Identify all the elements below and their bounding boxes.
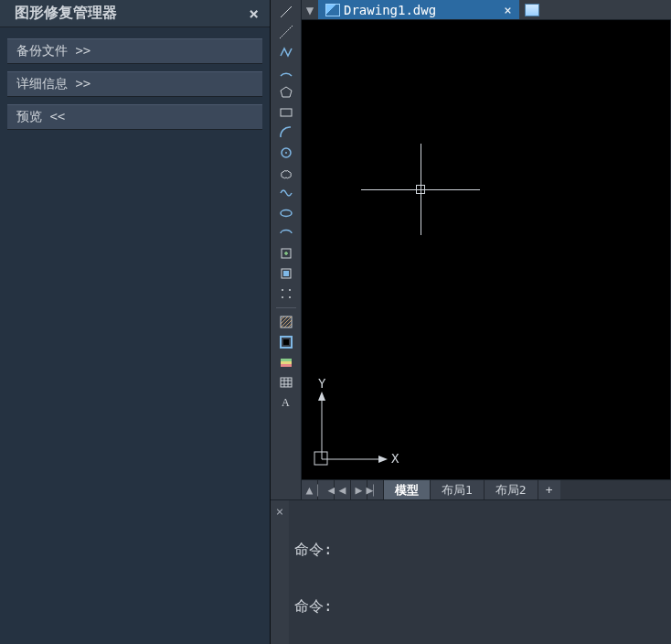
tool-insert-block[interactable] — [276, 245, 296, 262]
tool-arc2[interactable] — [276, 124, 296, 141]
command-history[interactable]: 命令: 命令: 命令: '_help 命令: 命令: 命令: _drawingr… — [289, 500, 671, 644]
layout-nav-last-icon[interactable]: ▶⎸ — [367, 480, 384, 499]
layout-tab-2[interactable]: 布局2 — [485, 480, 538, 499]
command-panel-close-icon[interactable]: × — [271, 500, 289, 644]
file-tab-dropdown-icon[interactable]: ▼ — [302, 0, 318, 19]
tool-region[interactable] — [276, 354, 296, 370]
svg-point-11 — [289, 289, 291, 291]
workspace: A ▼ Drawing1.dwg × — [271, 0, 671, 499]
svg-rect-3 — [281, 109, 292, 116]
tool-ellipse-arc[interactable] — [276, 225, 296, 242]
svg-rect-16 — [283, 339, 289, 345]
recovery-panel: 图形修复管理器 × 备份文件 >> 详细信息 >> 预览 << — [0, 0, 271, 644]
layout-nav-prev-icon[interactable]: ◀ — [335, 480, 351, 499]
svg-line-0 — [281, 6, 292, 17]
tool-hatch[interactable] — [276, 314, 296, 330]
ucs-icon: Y X — [309, 384, 397, 472]
svg-rect-18 — [281, 361, 292, 364]
ucs-y-label: Y — [318, 376, 326, 391]
tool-construction-line[interactable] — [276, 24, 296, 40]
tool-circle[interactable] — [276, 145, 296, 161]
svg-point-5 — [285, 152, 287, 154]
tool-gradient[interactable] — [276, 334, 296, 350]
layout-tab-label: 布局1 — [442, 482, 473, 499]
tool-point[interactable] — [276, 285, 296, 302]
file-tab-new[interactable] — [519, 0, 545, 19]
command-line: 命令: — [294, 539, 666, 561]
svg-marker-29 — [378, 456, 388, 463]
svg-point-13 — [289, 296, 291, 298]
file-tab-label: Drawing1.dwg — [344, 3, 436, 17]
recovery-panel-close-icon[interactable]: × — [245, 4, 262, 23]
recovery-section-label: 详细信息 >> — [16, 76, 91, 91]
layout-tab-bar: ▲ ⎸◀ ◀ ▶ ▶⎸ 模型 布局1 布局2 + — [302, 479, 671, 499]
recovery-panel-title-bar: 图形修复管理器 × — [0, 0, 270, 27]
layout-tab-label: 布局2 — [495, 482, 527, 499]
tool-ellipse[interactable] — [276, 205, 296, 221]
drawing-canvas[interactable]: Y X — [302, 20, 671, 479]
layout-tab-add[interactable]: + — [538, 480, 560, 499]
svg-rect-9 — [283, 271, 289, 276]
layout-nav-next-icon[interactable]: ▶ — [351, 480, 367, 499]
svg-marker-27 — [318, 392, 325, 401]
layout-nav-first-icon[interactable]: ⎸◀ — [318, 480, 335, 499]
svg-rect-17 — [281, 359, 292, 361]
svg-text:A: A — [282, 396, 290, 409]
svg-point-6 — [281, 210, 292, 217]
svg-marker-2 — [281, 87, 292, 97]
dwg-file-icon — [325, 4, 340, 16]
tool-revision-cloud[interactable] — [276, 165, 296, 181]
tool-line[interactable] — [276, 4, 296, 20]
tool-polygon[interactable] — [276, 84, 296, 101]
layout-tab-1[interactable]: 布局1 — [431, 480, 485, 499]
tool-mtext[interactable]: A — [276, 394, 296, 411]
recovery-panel-title: 图形修复管理器 — [15, 4, 117, 23]
file-tab-close-icon[interactable]: × — [504, 3, 511, 17]
recovery-section-label: 备份文件 >> — [16, 43, 91, 58]
layout-tab-label: 模型 — [395, 482, 419, 499]
svg-point-10 — [282, 289, 283, 291]
svg-rect-30 — [314, 452, 327, 465]
recovery-section-backup[interactable]: 备份文件 >> — [7, 38, 262, 64]
tool-table[interactable] — [276, 374, 296, 391]
tool-polyline[interactable] — [276, 44, 296, 60]
recovery-body: 备份文件 >> 详细信息 >> 预览 << — [0, 27, 270, 141]
tool-separator — [276, 307, 296, 308]
drawing-area: ▼ Drawing1.dwg × Y — [302, 0, 671, 499]
tool-make-block[interactable] — [276, 265, 296, 282]
file-tab-active[interactable]: Drawing1.dwg × — [318, 0, 519, 19]
command-panel: × 命令: 命令: 命令: '_help 命令: 命令: 命令: _drawin… — [271, 499, 671, 644]
recovery-section-preview[interactable]: 预览 << — [7, 104, 262, 130]
right-area: A ▼ Drawing1.dwg × — [271, 0, 671, 644]
recovery-section-label: 预览 << — [16, 109, 65, 123]
recovery-section-details[interactable]: 详细信息 >> — [7, 71, 262, 97]
tool-arc[interactable] — [276, 64, 296, 80]
file-tab-bar: ▼ Drawing1.dwg × — [302, 0, 671, 20]
layout-nav-up-icon[interactable]: ▲ — [302, 480, 318, 499]
svg-rect-20 — [281, 378, 292, 387]
draw-toolbar: A — [271, 0, 302, 499]
tool-spline[interactable] — [276, 185, 296, 201]
svg-rect-19 — [281, 364, 292, 367]
new-file-icon — [525, 4, 539, 16]
svg-line-1 — [280, 26, 293, 38]
ucs-x-label: X — [391, 451, 399, 466]
svg-point-12 — [282, 296, 283, 298]
tool-rectangle[interactable] — [276, 104, 296, 121]
command-line: 命令: — [294, 596, 666, 617]
layout-tab-model[interactable]: 模型 — [384, 480, 431, 499]
